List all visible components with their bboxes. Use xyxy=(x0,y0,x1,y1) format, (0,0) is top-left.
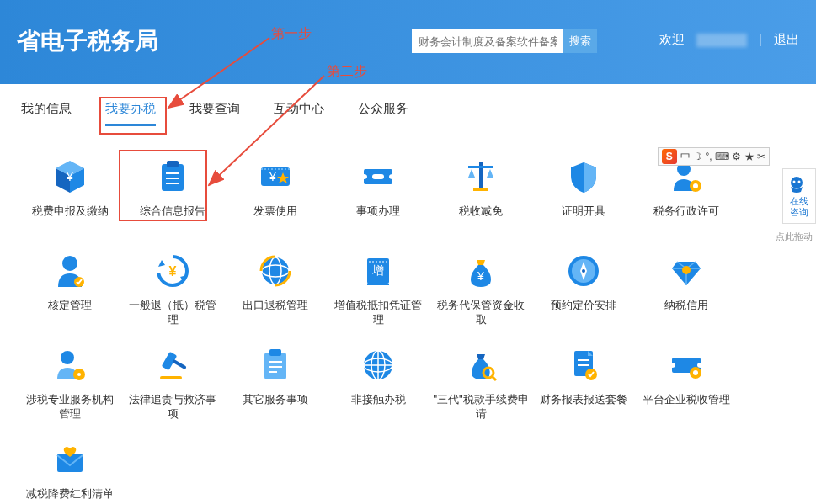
tab-2[interactable]: 我要查询 xyxy=(189,101,240,126)
svg-rect-11 xyxy=(468,166,493,168)
consult-icon xyxy=(787,174,812,194)
service-item-15[interactable]: 法律追责与救济事项 xyxy=(124,340,221,426)
svg-point-15 xyxy=(693,183,698,188)
tab-4[interactable]: 公众服务 xyxy=(358,101,408,126)
svg-point-33 xyxy=(77,373,81,376)
svg-point-52 xyxy=(693,370,698,375)
compass-icon xyxy=(563,250,605,292)
service-label: 出口退税管理 xyxy=(243,299,308,327)
search-area: 搜索 xyxy=(412,29,597,53)
service-item-16[interactable]: 其它服务事项 xyxy=(227,340,324,426)
tab-3[interactable]: 互动中心 xyxy=(274,101,324,126)
service-item-18[interactable]: "三代"税款手续费申请 xyxy=(432,340,530,426)
service-item-13[interactable]: 纳税信用 xyxy=(637,246,735,332)
money-bag-icon: ¥ xyxy=(460,250,502,292)
service-label: 涉税专业服务机构管理 xyxy=(21,393,119,422)
person-gear2-icon xyxy=(49,344,91,386)
service-label: 税务行政许可 xyxy=(653,204,719,233)
globe-icon xyxy=(357,344,399,386)
service-item-11[interactable]: ¥税务代保管资金收取 xyxy=(432,246,530,332)
service-item-9[interactable]: 出口退税管理 xyxy=(227,246,324,332)
svg-rect-12 xyxy=(473,188,488,191)
svg-rect-4 xyxy=(166,172,179,174)
service-label: 法律追责与救济事项 xyxy=(124,393,221,422)
refund-icon: ¥ xyxy=(152,250,194,292)
money-search-icon xyxy=(460,344,502,386)
divider: | xyxy=(759,32,762,46)
site-title: 省电子税务局 xyxy=(17,0,799,57)
service-item-14[interactable]: 涉税专业服务机构管理 xyxy=(21,340,119,426)
service-item-3[interactable]: 事项办理 xyxy=(329,151,427,237)
service-item-12[interactable]: 预约定价安排 xyxy=(535,246,632,332)
ticket-star-icon: ¥ xyxy=(254,156,296,198)
service-item-19[interactable]: 财务报表报送套餐 xyxy=(535,340,632,426)
svg-rect-36 xyxy=(160,376,182,379)
svg-point-56 xyxy=(791,177,803,188)
clipboard2-icon xyxy=(254,344,296,386)
service-label: 一般退（抵）税管理 xyxy=(124,299,221,327)
tab-1[interactable]: 我要办税 xyxy=(105,101,156,126)
service-item-4[interactable]: 税收减免 xyxy=(432,151,530,237)
service-item-5[interactable]: 证明开具 xyxy=(535,151,632,237)
tab-0[interactable]: 我的信息 xyxy=(21,101,72,126)
service-label: 增值税抵扣凭证管理 xyxy=(329,299,427,327)
service-label: 减税降费红利清单 xyxy=(26,487,114,504)
service-item-10[interactable]: 增增值税抵扣凭证管理 xyxy=(329,246,427,332)
svg-rect-49 xyxy=(578,364,589,366)
service-item-7[interactable]: 核定管理 xyxy=(21,246,119,332)
coupon-icon xyxy=(357,156,399,198)
svg-text:增: 增 xyxy=(371,263,384,277)
ime-toolbar[interactable]: S 中 ☽ °, ⌨ ⚙ ★ ✂ xyxy=(658,147,770,166)
svg-text:¥: ¥ xyxy=(477,269,484,283)
search-button[interactable]: 搜索 xyxy=(563,29,597,53)
globe-arrows-icon xyxy=(254,250,296,292)
ime-status-text: 中 ☽ °, ⌨ ⚙ ★ ✂ xyxy=(680,150,765,164)
svg-text:¥: ¥ xyxy=(169,264,177,279)
service-item-17[interactable]: 非接触办税 xyxy=(329,340,427,426)
svg-rect-5 xyxy=(166,178,179,179)
svg-rect-48 xyxy=(578,359,589,361)
service-label: 税务代保管资金收取 xyxy=(432,299,530,327)
scale-icon xyxy=(460,156,502,198)
svg-point-30 xyxy=(61,351,74,364)
service-item-2[interactable]: ¥发票使用 xyxy=(227,151,324,237)
service-label: 其它服务事项 xyxy=(243,393,308,422)
service-label: 税收减免 xyxy=(459,204,503,233)
service-label: 预约定价安排 xyxy=(551,299,616,327)
svg-rect-41 xyxy=(269,371,277,373)
clipboard-icon xyxy=(152,156,194,198)
svg-text:¥: ¥ xyxy=(269,170,276,183)
service-item-21[interactable]: 减税降费红利清单 xyxy=(21,434,119,504)
user-name xyxy=(696,34,747,47)
svg-rect-38 xyxy=(269,349,281,356)
cube-icon: ¥ xyxy=(49,156,91,198)
service-item-20[interactable]: 平台企业税收管理 xyxy=(637,340,735,426)
svg-point-29 xyxy=(682,266,691,274)
consult-label: 在线咨询 xyxy=(787,196,812,218)
service-label: 综合信息报告 xyxy=(140,204,205,233)
user-area: 欢迎 | 退出 xyxy=(655,32,803,48)
service-label: 事项办理 xyxy=(356,204,400,233)
gavel-icon xyxy=(152,344,194,386)
service-item-1[interactable]: 综合信息报告 xyxy=(124,151,221,237)
service-grid: ¥税费申报及缴纳综合信息报告¥发票使用事项办理税收减免证明开具税务行政许可核定管… xyxy=(0,135,816,504)
svg-rect-3 xyxy=(167,161,179,167)
person-silhouette-icon xyxy=(49,250,91,292)
online-consult-button[interactable]: 在线咨询 xyxy=(782,168,816,224)
svg-line-46 xyxy=(492,376,496,380)
header: 省电子税务局 搜索 欢迎 | 退出 xyxy=(0,0,816,84)
service-item-8[interactable]: ¥一般退（抵）税管理 xyxy=(124,246,221,332)
svg-point-28 xyxy=(582,269,585,273)
service-label: 证明开具 xyxy=(562,204,605,233)
service-label: 发票使用 xyxy=(253,204,297,233)
logout-link[interactable]: 退出 xyxy=(774,32,799,46)
ime-logo-icon: S xyxy=(662,149,677,164)
svg-point-16 xyxy=(62,256,77,271)
service-item-0[interactable]: ¥税费申报及缴纳 xyxy=(21,151,119,237)
diamond-icon xyxy=(665,250,707,292)
drag-hint: 点此拖动 xyxy=(770,231,816,243)
svg-rect-40 xyxy=(269,366,282,368)
search-input[interactable] xyxy=(412,29,563,53)
side-panel: 在线咨询 点此拖动 xyxy=(770,147,816,243)
svg-rect-39 xyxy=(269,361,282,363)
